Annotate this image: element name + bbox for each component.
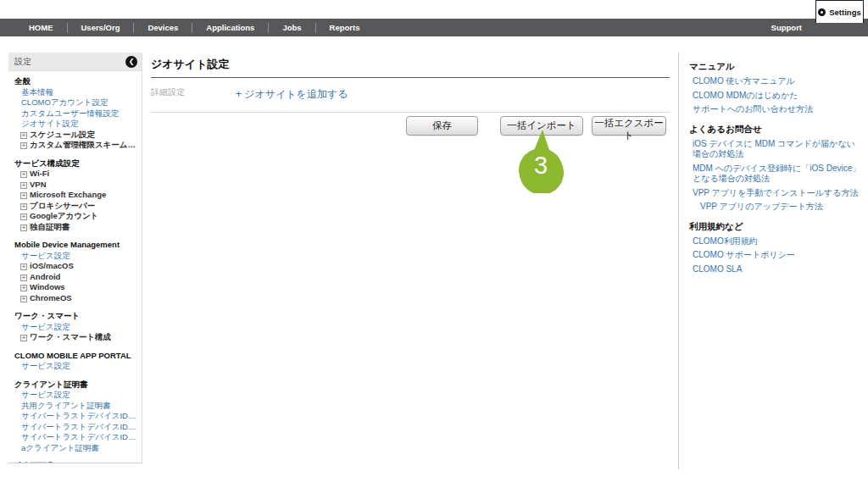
expand-plus-icon[interactable]: + (20, 274, 27, 281)
save-button[interactable]: 保存 (406, 116, 478, 136)
main-content: ジオサイト設定 詳細設定 + ジオサイトを追加する 保存 一括インポート 一括エ… (151, 53, 670, 459)
sidebar-group-header: クライアント証明書 (12, 380, 138, 391)
help-panel: マニュアルCLOMO 使い方マニュアルCLOMO MDMのはじめかたサポートへの… (678, 53, 868, 469)
help-link[interactable]: MDM へのデバイス登録時に「iOS Device」となる場合の対処法 (689, 164, 861, 185)
nav-item-devices[interactable]: Devices (134, 23, 192, 32)
sidebar-item[interactable]: サービス設定 (12, 322, 138, 333)
help-section: 利用規約などCLOMO利用規約CLOMO サポートポリシーCLOMO SLA (689, 221, 861, 275)
settings-sidebar: 設定 ❮ 全般基本情報CLOMOアカウント設定カスタムユーザー情報設定ジオサイト… (8, 53, 142, 463)
help-link[interactable]: CLOMO MDMのはじめかた (689, 91, 861, 102)
action-buttons-row: 保存 一括インポート 一括エクスポート (151, 116, 670, 136)
sidebar-item[interactable]: +Microsoft Exchange (12, 190, 138, 201)
help-link[interactable]: VPP アプリを手動でインストールする方法 (689, 188, 861, 199)
gear-icon (818, 8, 826, 16)
nav-item-reports[interactable]: Reports (316, 23, 374, 32)
sidebar-group: Mobile Device Managementサービス設定+iOS/macOS… (12, 240, 138, 303)
help-link[interactable]: サポートへのお問い合わせ方法 (689, 104, 861, 115)
expand-plus-icon[interactable]: + (20, 296, 27, 302)
expand-plus-icon[interactable]: + (20, 203, 27, 210)
sidebar-item[interactable]: +Android (12, 272, 138, 283)
sidebar-item[interactable]: +Wi-Fi (12, 169, 138, 180)
sidebar-item[interactable]: +スケジュール設定 (12, 130, 138, 141)
sidebar-item[interactable]: CLOMOアカウント設定 (12, 97, 138, 108)
sidebar-group: クライアント証明書サービス設定共用クライアント証明書サイバートラストデバイスID… (12, 380, 138, 454)
help-link[interactable]: CLOMO利用規約 (689, 236, 861, 247)
add-geosite-link[interactable]: + ジオサイトを追加する (236, 87, 348, 102)
page-title: ジオサイト設定 (151, 53, 670, 78)
sidebar-item[interactable]: サイバートラストデバイスIDクライ... (12, 422, 138, 433)
sidebar-item[interactable]: +ワーク・スマート構成 (12, 332, 138, 343)
collapse-sidebar-button[interactable]: ❮ (125, 56, 137, 68)
sidebar-group-header: Mobile Device Management (12, 240, 138, 251)
sidebar-item[interactable]: サービス設定 (12, 361, 138, 372)
sidebar-item[interactable]: 共用クライアント証明書 (12, 401, 138, 412)
expand-plus-icon[interactable]: + (20, 335, 27, 341)
expand-plus-icon[interactable]: + (20, 225, 27, 231)
nav-item-jobs[interactable]: Jobs (269, 23, 314, 32)
top-navbar: HOMEUsers/OrgDevicesApplicationsJobsRepo… (0, 19, 868, 36)
help-link[interactable]: CLOMO 使い方マニュアル (689, 76, 861, 87)
help-link[interactable]: VPP アプリのアップデート方法 (689, 202, 861, 213)
help-section-header: よくあるお問合せ (689, 124, 861, 136)
sidebar-item[interactable]: ジオサイト設定 (12, 119, 138, 130)
help-section-header: マニュアル (689, 61, 861, 73)
sidebar-item[interactable]: +カスタム管理権限スキーム設定 (12, 140, 138, 151)
sidebar-title: 設定 (8, 57, 31, 66)
sidebar-group: CLOMO MOBILE APP PORTALサービス設定 (12, 351, 138, 372)
sidebar-group-header: 全般 (12, 76, 138, 87)
sidebar-item[interactable]: 基本情報 (12, 87, 138, 98)
help-link[interactable]: CLOMO サポートポリシー (689, 250, 861, 261)
bulk-export-button[interactable]: 一括エクスポート (592, 116, 666, 136)
help-link[interactable]: iOS デバイスに MDM コマンドが届かない場合の対処法 (689, 139, 861, 160)
sidebar-group-header: 独自証明書 (12, 461, 138, 463)
sidebar-item[interactable]: +iOS/macOS (12, 261, 138, 272)
expand-plus-icon[interactable]: + (20, 214, 27, 220)
sidebar-item[interactable]: +Windows (12, 282, 138, 293)
expand-plus-icon[interactable]: + (20, 171, 27, 178)
nav-item-home[interactable]: HOME (15, 23, 67, 32)
sidebar-item[interactable]: サイバートラストデバイスID(個人... (12, 432, 138, 443)
nav-item-applications[interactable]: Applications (192, 23, 268, 32)
expand-plus-icon[interactable]: + (20, 182, 27, 189)
sidebar-item[interactable]: サービス設定 (12, 251, 138, 262)
sidebar-item[interactable]: +Googleアカウント (12, 211, 138, 222)
expand-plus-icon[interactable]: + (20, 142, 27, 149)
detail-settings-row: 詳細設定 + ジオサイトを追加する (151, 78, 670, 113)
help-section: よくあるお問合せiOS デバイスに MDM コマンドが届かない場合の対処法MDM… (689, 124, 861, 213)
tab-settings[interactable]: Settings (815, 0, 864, 23)
sidebar-item[interactable]: aクライアント証明書 (12, 443, 138, 454)
sidebar-group-header: ワーク・スマート (12, 311, 138, 322)
sidebar-nav: 全般基本情報CLOMOアカウント設定カスタムユーザー情報設定ジオサイト設定+スケ… (8, 71, 142, 463)
sidebar-item[interactable]: サービス設定 (12, 390, 138, 401)
sidebar-group: 全般基本情報CLOMOアカウント設定カスタムユーザー情報設定ジオサイト設定+スケ… (12, 76, 138, 151)
sidebar-item[interactable]: +プロキシサーバー (12, 201, 138, 212)
sidebar-item[interactable]: サイバートラストデバイスID(pilot)... (12, 411, 138, 422)
expand-plus-icon[interactable]: + (20, 285, 27, 291)
sidebar-item[interactable]: カスタムユーザー情報設定 (12, 108, 138, 119)
sidebar-group-header: CLOMO MOBILE APP PORTAL (12, 351, 138, 362)
detail-settings-label: 詳細設定 (151, 86, 185, 98)
expand-plus-icon[interactable]: + (20, 263, 27, 270)
expand-plus-icon[interactable]: + (20, 192, 27, 199)
sidebar-item[interactable]: +独自証明書 (12, 222, 138, 233)
help-link[interactable]: CLOMO SLA (689, 264, 861, 275)
callout-step-number: 3 (518, 152, 564, 180)
nav-item-users-org[interactable]: Users/Org (68, 23, 134, 32)
sidebar-group: ワーク・スマートサービス設定+ワーク・スマート構成 (12, 311, 138, 343)
page: HOMEUsers/OrgDevicesApplicationsJobsRepo… (0, 0, 868, 488)
sidebar-item[interactable]: +VPN (12, 180, 138, 191)
nav-items: HOMEUsers/OrgDevicesApplicationsJobsRepo… (0, 23, 373, 33)
nav-item-support[interactable]: Support (771, 23, 802, 32)
help-section-header: 利用規約など (689, 221, 861, 233)
sidebar-group: 独自証明書 (12, 461, 138, 463)
settings-tab-label: Settings (829, 8, 860, 17)
sidebar-group-header: サービス構成設定 (12, 158, 138, 169)
sidebar-group: サービス構成設定+Wi-Fi+VPN+Microsoft Exchange+プロ… (12, 158, 138, 233)
expand-plus-icon[interactable]: + (20, 132, 27, 139)
sidebar-item[interactable]: +ChromeOS (12, 293, 138, 304)
sidebar-header: 設定 ❮ (8, 53, 142, 71)
help-section: マニュアルCLOMO 使い方マニュアルCLOMO MDMのはじめかたサポートへの… (689, 61, 861, 115)
